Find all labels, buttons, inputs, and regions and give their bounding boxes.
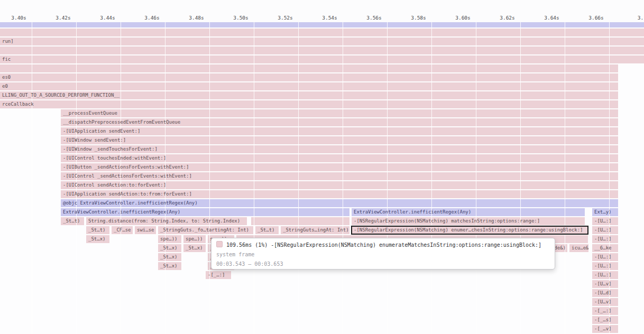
flame-block[interactable]: -[UIApplication sendAction:to:from:forEv…	[61, 190, 618, 198]
flame-block[interactable]: Ext…y)	[592, 208, 618, 216]
time-tick-label: 3.62s	[500, 15, 515, 21]
flame-block[interactable]	[0, 29, 644, 36]
flame-block[interactable]: String.distance(from: String.Index, to: …	[86, 217, 247, 225]
flame-block[interactable]: icu…e&)	[569, 244, 588, 252]
flame-block[interactable]: -[UIWindow _sendTouchesForEvent:]	[61, 145, 618, 153]
time-tick-label: 3.64s	[544, 15, 559, 21]
flame-block[interactable]: -[_…s]	[592, 316, 618, 324]
time-tick-label: 3.48s	[189, 15, 204, 21]
flame-block[interactable]: -[U…v]	[592, 298, 618, 306]
flame-block[interactable]: __processEventQueue	[61, 109, 618, 117]
flame-block[interactable]: _StringGuts._fo…tartingAt: Int)	[158, 226, 253, 234]
flame-block-label: -[UIApplication sendAction:to:from:forEv…	[61, 190, 618, 198]
flame-block[interactable]: spe…))	[158, 235, 181, 243]
flame-block[interactable]: -[_…v]	[592, 325, 618, 333]
tooltip-duration: 109.56ms (1%)	[226, 242, 268, 248]
flame-block-label: String.distance(from: String.Index, to: …	[86, 217, 247, 225]
time-tick-label: 3.	[638, 15, 643, 21]
flame-block[interactable]: -[U…:]	[592, 271, 618, 279]
flame-block[interactable]: -[UIApplication sendEvent:]	[61, 127, 618, 135]
tooltip-time-range: 00:03.543 — 00:03.653	[216, 261, 283, 267]
flame-block-label: -[UIControl touchesEnded:withEvent:]	[61, 154, 618, 162]
flame-block-label: _StringGuts…ingAt: Int)	[281, 226, 349, 234]
flame-block[interactable]: es0	[0, 73, 618, 81]
tooltip-duration-line: 109.56ms (1%) -[NSRegularExpression(NSMa…	[216, 241, 541, 248]
flame-block-label: -[UIControl sendAction:to:forEvent:]	[61, 181, 618, 189]
flame-block[interactable]: _St…x)	[86, 235, 109, 243]
flame-block[interactable]: -[U…:]	[592, 226, 618, 234]
flame-block[interactable]: run]	[0, 38, 644, 45]
flame-block[interactable]: swi…se	[135, 226, 156, 234]
flame-block-label: _St…t)	[61, 217, 84, 225]
flame-block[interactable]: -[UIButton _sendActionsForEvents:withEve…	[61, 163, 618, 171]
flame-block-label: -[NSRegularExpression(NSMatching) enumer…	[352, 226, 588, 234]
flame-block-label: -[U…:]	[592, 271, 618, 279]
time-tick-label: 3.58s	[411, 15, 426, 21]
flame-block[interactable]	[251, 217, 349, 225]
flame-block[interactable]: LLING_OUT_TO_A_SOURCE0_PERFORM_FUNCTION_…	[0, 91, 618, 99]
flame-block[interactable]: rceCallback	[0, 100, 618, 108]
flame-block-label: ExtraViewController.inefficientRegex(Any…	[352, 208, 585, 216]
flame-block[interactable]: -[UIWindow sendEvent:]	[61, 136, 618, 144]
flame-block[interactable]: _StringGuts…ingAt: Int)	[281, 226, 349, 234]
flame-block[interactable]: -[U…:]	[592, 235, 618, 243]
flame-block-label: -[_…:]	[206, 271, 231, 279]
flame-block[interactable]: -[U…:]	[592, 253, 618, 261]
flame-block[interactable]: __6…ke	[592, 244, 618, 252]
flame-block-label: spe…))	[158, 235, 181, 243]
flame-block[interactable]	[0, 47, 644, 54]
flame-block[interactable]: _St…t)	[86, 226, 109, 234]
tooltip-frame-kind: system frame	[216, 252, 254, 257]
flame-block[interactable]: fic	[0, 55, 644, 63]
flame-block-label: es0	[0, 73, 618, 81]
time-tick-label: 3.50s	[233, 15, 249, 21]
flame-block[interactable]: _St…x)	[158, 244, 181, 252]
flame-block-label: icu…e&)	[569, 244, 588, 252]
flame-block-label: _St…x)	[158, 262, 181, 270]
flame-block[interactable]: _St…t)	[61, 217, 84, 225]
time-tick-label: 3.42s	[56, 15, 71, 21]
flame-block-label: run]	[0, 38, 644, 45]
flame-block[interactable]: -[U…d]	[592, 289, 618, 297]
flame-block-label: _StringGuts._fo…tartingAt: Int)	[158, 226, 253, 234]
flame-block-label: __6…ke	[592, 244, 618, 252]
flame-block-label: -[UIControl _sendActionsForEvents:withEv…	[61, 172, 618, 180]
flame-block[interactable]: @objc ExtraViewController.inefficientReg…	[61, 199, 618, 207]
flame-block[interactable]: e0	[0, 82, 618, 90]
time-tick-label: 3.46s	[144, 15, 160, 21]
time-tick-label: 3.66s	[588, 15, 604, 21]
time-tick-label: 3.52s	[278, 15, 293, 21]
flame-block[interactable]: -[UIControl sendAction:to:forEvent:]	[61, 181, 618, 189]
flame-block[interactable]: _St…x)	[158, 262, 181, 270]
flame-block[interactable]: ExtraViewController.inefficientRegex(Any…	[61, 208, 349, 216]
flame-block[interactable]: _St…t)	[255, 226, 279, 234]
flame-block[interactable]: -[U…v]	[592, 280, 618, 288]
flame-block-label: -[_…s]	[592, 316, 618, 324]
frame-color-swatch-icon	[216, 241, 223, 247]
flame-block[interactable]: -[U…:]	[592, 217, 618, 225]
flame-block-label: ExtraViewController.inefficientRegex(Any…	[61, 208, 349, 216]
flame-block[interactable]: __dispatchPreprocessedEventFromEventQueu…	[61, 118, 618, 126]
flame-block[interactable]: -[UIControl touchesEnded:withEvent:]	[61, 154, 618, 162]
flame-block-label: __dispatchPreprocessedEventFromEventQueu…	[61, 118, 618, 126]
flame-block[interactable]: -[_…:]	[592, 307, 618, 315]
flame-block[interactable]: ExtraViewController.inefficientRegex(Any…	[352, 208, 585, 216]
time-ruler[interactable]: 3.40s3.42s3.44s3.46s3.48s3.50s3.52s3.54s…	[0, 0, 644, 22]
flame-block[interactable]: -[U…:]	[592, 262, 618, 270]
flame-block[interactable]: -[NSRegularExpression(NSMatching) matche…	[352, 217, 585, 225]
flame-block[interactable]: spe…))	[183, 235, 206, 243]
flame-block-label: _St…x)	[86, 235, 109, 243]
flame-block[interactable]: -[_…:]	[206, 271, 231, 279]
flame-graph: run]fices0e0LLING_OUT_TO_A_SOURCE0_PERFO…	[0, 0, 644, 334]
flame-block[interactable]: -[UIControl _sendActionsForEvents:withEv…	[61, 172, 618, 180]
flame-block-label: -[U…d]	[592, 289, 618, 297]
flame-block-label: -[_…:]	[592, 307, 618, 315]
flame-block[interactable]: _St…x)	[183, 244, 206, 252]
flame-block[interactable]	[0, 64, 618, 72]
flame-block-label: @objc ExtraViewController.inefficientReg…	[61, 199, 618, 207]
flame-block-selected[interactable]: -[NSRegularExpression(NSMatching) enumer…	[352, 226, 588, 234]
flame-block[interactable]: _St…x)	[158, 253, 181, 261]
flame-block-label: -[U…:]	[592, 217, 618, 225]
time-tick-label: 3.40s	[11, 15, 26, 21]
flame-block[interactable]: _CF…se	[112, 226, 133, 234]
